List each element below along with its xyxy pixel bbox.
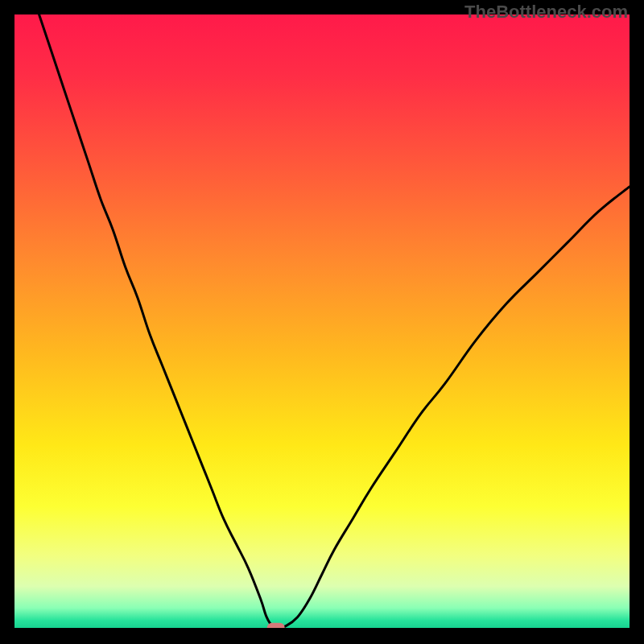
chart-frame [14,14,630,630]
watermark-text: TheBottleneck.com [464,2,628,23]
chart-background [14,14,630,630]
bottleneck-chart [14,14,630,630]
baseline [14,628,630,630]
